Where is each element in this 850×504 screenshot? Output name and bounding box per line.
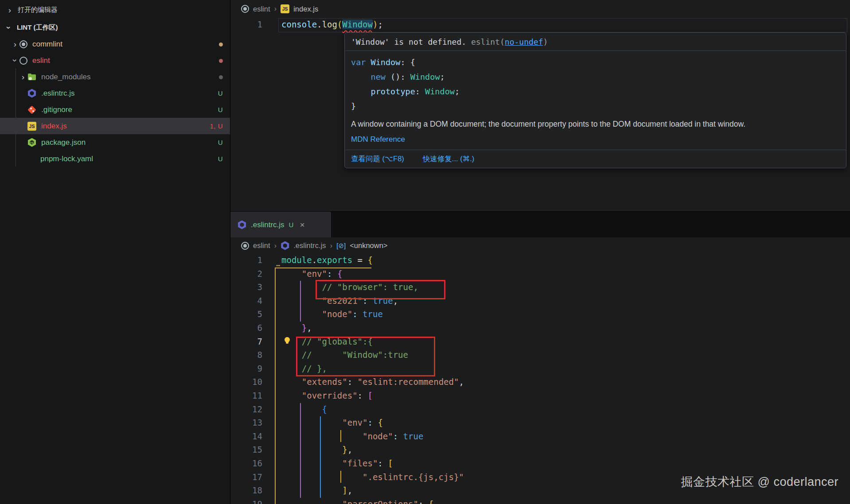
line-number: 1 bbox=[230, 255, 262, 265]
chevron-right-icon: › bbox=[5, 6, 14, 14]
line-number: 1 bbox=[230, 19, 262, 29]
line-number: 13 bbox=[230, 418, 262, 427]
breadcrumb: eslint›.eslintrc.js›[⊘]<unknown> bbox=[241, 237, 387, 254]
code-line: console.log(Window); bbox=[281, 19, 383, 29]
eslint-icon bbox=[238, 221, 246, 229]
explorer-sidebar: › 打开的编辑器 › LINT (工作区) ›commlint›eslint›n… bbox=[0, 0, 230, 504]
line-number: 16 bbox=[230, 458, 262, 468]
line-number: 2 bbox=[230, 269, 262, 279]
git-status-badge: U bbox=[218, 89, 223, 97]
git-status-badge: 1, U bbox=[210, 122, 223, 130]
circle-dot-icon bbox=[241, 242, 249, 250]
circle-dot-icon bbox=[241, 5, 249, 13]
code-line-1: 1module.exports = { bbox=[230, 254, 850, 268]
file-label: package.json bbox=[41, 138, 86, 147]
code-line-14: 14 "node": true bbox=[230, 430, 850, 444]
code-text: ], bbox=[281, 485, 352, 495]
open-editors-label: 打开的编辑器 bbox=[18, 6, 58, 14]
no-undef-rule-link[interactable]: no-undef bbox=[505, 37, 543, 47]
circle-icon bbox=[19, 57, 27, 65]
line-number: 17 bbox=[230, 472, 262, 482]
line-number: 7 bbox=[230, 337, 262, 346]
line-number: 10 bbox=[230, 377, 262, 387]
code-text: }, bbox=[281, 445, 352, 454]
code-text: "extends": "eslint:recommended", bbox=[281, 377, 464, 387]
file-tree: ›commlint›eslint›node_modules›.eslintrc.… bbox=[0, 36, 230, 167]
hover-description: A window containing a DOM document; the … bbox=[345, 117, 846, 129]
file-label: .eslintrc.js bbox=[41, 89, 75, 98]
chevron-right-icon[interactable]: › bbox=[19, 73, 27, 81]
code-text: "parserOptions": { bbox=[281, 499, 433, 504]
line-number: 6 bbox=[230, 323, 262, 333]
chevron-down-icon: › bbox=[5, 23, 13, 32]
sidebar-item-node-modules[interactable]: ›node_modules bbox=[0, 69, 230, 85]
code-line-13: 13 "env": { bbox=[230, 416, 850, 430]
code-text: }, bbox=[281, 323, 312, 333]
tab-eslintrc-js[interactable]: .eslintrc.js U × bbox=[230, 212, 331, 238]
sidebar-item-eslint[interactable]: ›eslint bbox=[0, 52, 230, 69]
workspace-section[interactable]: › LINT (工作区) bbox=[0, 19, 230, 36]
code-line-11: 11 "overrides": [ bbox=[230, 389, 850, 403]
code-text: ".eslintrc.{js,cjs}" bbox=[281, 472, 464, 482]
chevron-down-icon[interactable]: › bbox=[11, 56, 19, 65]
sidebar-item-pnpm-lock-yaml[interactable]: ›pnpm-lock.yamlU bbox=[0, 151, 230, 167]
breadcrumb-item[interactable]: eslint bbox=[253, 5, 270, 13]
js-file-icon: JS bbox=[281, 4, 289, 13]
code-area[interactable]: … 1module.exports = {2 "env": {3 // "bro… bbox=[230, 254, 850, 504]
close-icon[interactable]: × bbox=[300, 220, 304, 230]
js-file-icon: JS bbox=[27, 122, 36, 131]
hover-actions: 查看问题 (⌥F8) 快速修复... (⌘.) bbox=[345, 150, 846, 168]
code-line-2: 2 "env": { bbox=[230, 268, 850, 281]
line-number: 8 bbox=[230, 350, 262, 360]
chevron-right-icon[interactable]: › bbox=[11, 40, 19, 48]
git-status-badge: U bbox=[218, 106, 223, 113]
file-label: eslint bbox=[32, 56, 50, 65]
git-status-badge bbox=[219, 73, 223, 81]
code-text: "node": true bbox=[281, 309, 383, 319]
code-text: "files": [ bbox=[281, 458, 393, 468]
code-text: "env": { bbox=[281, 418, 383, 427]
sidebar-item--gitignore[interactable]: ›.gitignoreU bbox=[0, 101, 230, 118]
tab-git-status-badge: U bbox=[289, 221, 294, 229]
breadcrumb-item[interactable]: index.js bbox=[293, 5, 318, 13]
hover-type-signature: var Window: { new (): Window; prototype:… bbox=[345, 51, 846, 117]
pnpm-icon bbox=[27, 155, 35, 163]
sidebar-item-commlint[interactable]: ›commlint bbox=[0, 36, 230, 52]
breadcrumb-item[interactable]: <unknown> bbox=[350, 241, 387, 250]
line-number: 19 bbox=[230, 499, 262, 504]
chevron-right-icon: › bbox=[274, 4, 277, 13]
hover-error-message: 'Window' is not defined. eslint(no-undef… bbox=[345, 33, 846, 51]
editor-eslintrc-js[interactable]: eslint›.eslintrc.js›[⊘]<unknown> … 1modu… bbox=[230, 237, 850, 504]
code-text: "node": true bbox=[281, 431, 423, 441]
chevron-right-icon: › bbox=[274, 241, 277, 250]
code-text: { bbox=[281, 404, 327, 414]
breadcrumb-item[interactable]: .eslintrc.js bbox=[293, 241, 326, 250]
line-number: 11 bbox=[230, 391, 262, 400]
line-number: 5 bbox=[230, 309, 262, 319]
tab-label: .eslintrc.js bbox=[251, 221, 285, 229]
code-line-15: 15 }, bbox=[230, 443, 850, 457]
workspace-label: LINT (工作区) bbox=[17, 23, 58, 32]
file-label: pnpm-lock.yaml bbox=[40, 155, 93, 163]
breadcrumb-item[interactable]: eslint bbox=[253, 241, 270, 250]
open-editors-section[interactable]: › 打开的编辑器 bbox=[0, 0, 230, 19]
annotation-box-globals bbox=[296, 337, 435, 376]
symbol-unknown-icon: [⊘] bbox=[336, 241, 346, 250]
code-line-5: 5 "node": true bbox=[230, 308, 850, 322]
annotation-box-browser bbox=[316, 280, 445, 299]
code-line-12: 12 { bbox=[230, 403, 850, 417]
line-number: 18 bbox=[230, 485, 262, 495]
mdn-reference-link[interactable]: MDN Reference bbox=[351, 135, 405, 143]
sidebar-item-index-js[interactable]: ›JSindex.js1, U bbox=[0, 118, 230, 134]
node-icon: JS bbox=[27, 138, 36, 147]
eslint-icon bbox=[281, 241, 289, 250]
file-label: commlint bbox=[32, 40, 62, 49]
editor-index-js[interactable]: eslint›JSindex.js 1 console.log(Window);… bbox=[230, 0, 850, 211]
view-problem-action[interactable]: 查看问题 (⌥F8) bbox=[351, 154, 404, 164]
quick-fix-action[interactable]: 快速修复... (⌘.) bbox=[423, 154, 474, 164]
tab-bar: .eslintrc.js U × bbox=[230, 211, 850, 237]
sidebar-item--eslintrc-js[interactable]: ›.eslintrc.jsU bbox=[0, 85, 230, 101]
sidebar-item-package-json[interactable]: ›JSpackage.jsonU bbox=[0, 134, 230, 151]
line-number: 4 bbox=[230, 296, 262, 306]
line-number: 15 bbox=[230, 445, 262, 454]
